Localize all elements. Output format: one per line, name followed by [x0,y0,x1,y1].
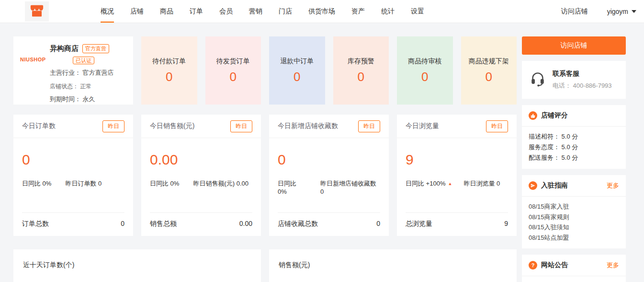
guide-item[interactable]: 08/15商家入驻 [529,201,619,212]
total-label: 销售总额 [150,220,177,228]
main-nav: 概况 店铺 商品 订单 会员 营销 门店 供货市场 资产 统计 设置 [101,0,424,23]
nav-item-members[interactable]: 会员 [219,0,233,23]
metric-value: 0.00 [150,153,252,167]
tile-pending-shipment[interactable]: 待发货订单 0 [205,36,261,105]
shop-status: 店铺状态： 正常 [50,82,126,91]
metric-value: 0 [22,153,124,167]
tile-value: 0 [294,70,300,84]
headset-icon [529,71,547,89]
tile-value: 0 [421,70,428,84]
total-value: 9 [504,220,508,228]
card-title: 今日浏览量 [406,122,439,130]
tile-label: 退款中订单 [280,57,314,66]
yesterday-toggle-button[interactable]: 昨日 [230,120,252,132]
tile-value: 0 [358,70,364,84]
guide-item[interactable]: 08/15入驻须知 [529,222,619,233]
main-content: NIUSHOP 异构商店 官方直营 已认证 主营行业： 官方直营店 店铺状态： … [0,23,644,282]
yesterday-toggle-button[interactable]: 昨日 [486,120,508,132]
day-ratio: 日同比 0% [278,179,306,195]
guide-item[interactable]: 08/15站点加盟 [529,233,619,243]
right-sidebar: 访问店铺 联系客服 电话： 400-886-7993 [522,36,626,282]
official-badge: 官方直营 [82,44,109,53]
tile-goods-removed[interactable]: 商品违规下架 0 [461,36,517,105]
yesterday-value: 昨日订单数 0 [65,179,102,188]
tile-value: 0 [166,70,172,84]
yesterday-value: 昨日销售额(元) 0.00 [193,179,249,188]
day-ratio: 日同比 0% [150,179,179,188]
visit-store-button[interactable]: 访问店铺 [522,36,626,55]
nav-item-orders[interactable]: 订单 [190,0,203,23]
top-navigation-bar: 概况 店铺 商品 订单 会员 营销 门店 供货市场 资产 统计 设置 访问店铺 … [0,0,644,23]
yesterday-value: 昨日浏览量 0 [463,179,500,188]
chevron-down-icon [632,10,636,13]
nav-item-goods[interactable]: 商品 [160,0,173,23]
guide-item[interactable]: 08/15商家规则 [529,212,619,223]
yesterday-toggle-button[interactable]: 昨日 [358,120,380,132]
tile-label: 商品违规下架 [469,57,509,66]
chart-title: 近十天订单数(个) [23,261,251,270]
overview-row: NIUSHOP 异构商店 官方直营 已认证 主营行业： 官方直营店 店铺状态： … [13,36,517,105]
tile-refunding-orders[interactable]: 退款中订单 0 [269,36,325,105]
visit-store-link[interactable]: 访问店铺 [561,7,588,16]
total-value: 0 [376,220,380,228]
rating-delivery: 配送服务： 5.0 分 [529,153,619,163]
shop-expire: 到期时间： 永久 [50,95,126,104]
app-logo[interactable] [25,1,49,22]
day-ratio: 日同比 +100% [406,179,445,188]
service-title: 联系客服 [553,70,612,78]
notice-more-link[interactable]: 更多 [607,261,619,270]
yesterday-value: 昨日新增店铺收藏数 0 [320,179,380,195]
chart-title: 销售额(元) [279,261,507,270]
tile-label: 商品待审核 [408,57,441,66]
today-metrics-row: 今日订单数 昨日 0 日同比 0% 昨日订单数 0 订单总数 0 [13,115,517,236]
shop-info-card: NIUSHOP 异构商店 官方直营 已认证 主营行业： 官方直营店 店铺状态： … [13,36,133,105]
notice-title: 网站公告 [541,261,568,270]
orders-trend-chart-card: 近十天订单数(个) [13,249,261,282]
rating-description: 描述相符： 5.0 分 [529,131,619,142]
card-title: 今日新增店铺收藏数 [278,122,338,130]
nav-item-overview[interactable]: 概况 [101,0,114,23]
total-label: 总浏览量 [406,220,432,228]
today-favorites-card: 今日新增店铺收藏数 昨日 0 日同比 0% 昨日新增店铺收藏数 0 店铺收藏总数… [269,115,389,236]
tile-value: 0 [486,70,492,84]
nav-item-stores[interactable]: 门店 [279,0,292,23]
total-label: 订单总数 [22,220,49,228]
content-column: NIUSHOP 异构商店 官方直营 已认证 主营行业： 官方直营店 店铺状态： … [13,36,517,282]
nav-item-supply-market[interactable]: 供货市场 [308,0,335,23]
today-pageviews-card: 今日浏览量 昨日 9 日同比 +100% ▲ 昨日浏览量 0 总浏览量 9 [397,115,517,236]
user-menu[interactable]: yigoym [607,8,636,15]
shop-industry: 主营行业： 官方直营店 [50,69,126,77]
tile-goods-pending-review[interactable]: 商品待审核 0 [397,36,453,105]
total-value: 0.00 [239,220,252,228]
nav-item-assets[interactable]: 资产 [351,0,365,23]
total-value: 0 [121,220,124,228]
nav-item-marketing[interactable]: 营销 [249,0,262,23]
shop-info: 异构商店 官方直营 已认证 主营行业： 官方直营店 店铺状态： 正常 到期时间：… [50,44,126,97]
nav-item-shop[interactable]: 店铺 [130,0,144,23]
tile-stock-warning[interactable]: 库存预警 0 [333,36,389,105]
tile-label: 待发货订单 [216,57,250,66]
guide-title: 入驻指南 [541,181,568,190]
shop-rating-card: 店铺评分 描述相符： 5.0 分 服务态度： 5.0 分 配送服务： 5.0 分 [522,105,626,169]
tile-label: 待付款订单 [152,57,186,66]
total-label: 店铺收藏总数 [278,220,318,228]
card-title: 今日销售额(元) [150,122,194,130]
yesterday-toggle-button[interactable]: 昨日 [102,120,124,132]
day-ratio: 日同比 0% [22,179,51,188]
metric-value: 0 [278,153,380,167]
rating-service: 服务态度： 5.0 分 [529,142,619,153]
question-mark-icon: ? [529,261,537,270]
storefront-icon [30,4,44,19]
certified-badge: 已认证 [73,57,94,64]
nav-item-statistics[interactable]: 统计 [381,0,395,23]
thumbs-up-icon [529,111,537,120]
tile-pending-payment[interactable]: 待付款订单 0 [141,36,197,105]
today-orders-card: 今日订单数 昨日 0 日同比 0% 昨日订单数 0 订单总数 0 [13,115,133,236]
paper-plane-icon [529,181,537,190]
rating-title: 店铺评分 [541,111,568,120]
guide-more-link[interactable]: 更多 [607,181,619,190]
shop-logo-text: NIUSHOP [20,57,50,97]
metric-value: 9 [406,153,508,167]
nav-item-settings[interactable]: 设置 [411,0,424,23]
charts-row: 近十天订单数(个) 销售额(元) [13,249,517,282]
